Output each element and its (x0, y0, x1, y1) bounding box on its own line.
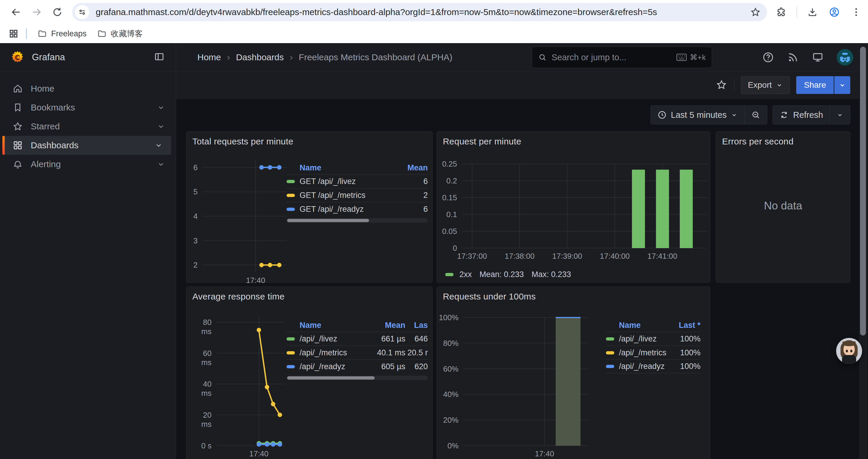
grafana-logo-icon[interactable] (11, 51, 24, 64)
zoom-out-button[interactable] (744, 106, 767, 124)
legend-row[interactable]: /api/_/livez100% (606, 332, 701, 346)
under-100ms-chart[interactable]: 100%80%60%40%20%0%17:40 (438, 318, 587, 459)
forward-icon[interactable] (30, 6, 43, 19)
clock-icon (657, 110, 667, 120)
legend-scrollbar[interactable] (286, 218, 428, 223)
time-range-button[interactable]: Last 5 minutes (651, 106, 745, 124)
legend-scrollbar[interactable] (286, 376, 428, 380)
page-scrollbar[interactable] (859, 44, 867, 459)
series-name[interactable]: /api/_/metrics (300, 348, 347, 357)
series-name[interactable]: /api/_/readyz (619, 362, 665, 371)
sidebar-item-dashboards[interactable]: Dashboards (2, 136, 171, 155)
export-button[interactable]: Export (741, 76, 790, 94)
profile-icon[interactable] (828, 6, 841, 19)
legend-row[interactable]: GET /api/_/readyz6 (286, 202, 428, 216)
legend-row[interactable]: /api/_/readyz100% (606, 359, 701, 373)
series-mean: Mean: 0.233 (479, 270, 524, 279)
series-name[interactable]: GET /api/_/readyz (300, 205, 364, 214)
series-name[interactable]: /api/_/metrics (619, 348, 666, 357)
legend-row[interactable]: /api/_/metrics40.1 ms20.5 r (286, 346, 428, 359)
bookmark-folder-freeleaps[interactable]: Freeleaps (37, 29, 87, 38)
reload-icon[interactable] (51, 6, 64, 19)
refresh-button[interactable]: Refresh (773, 106, 830, 124)
refresh-icon (779, 110, 789, 120)
share-menu-button[interactable] (834, 76, 850, 94)
legend-row[interactable]: /api/_/livez661 µs646 (286, 332, 428, 346)
y-axis-tick-label: 80% (438, 339, 459, 348)
breadcrumb-item[interactable]: Home (197, 52, 221, 62)
legend-column-header[interactable]: Last * (668, 321, 701, 330)
y-axis-tick-label: 0.1 (438, 210, 457, 219)
sidebar-item-starred[interactable]: Starred (0, 117, 176, 136)
legend-row[interactable]: GET /api/_/livez6 (286, 174, 428, 188)
expand-chevron-icon[interactable] (157, 122, 165, 131)
url-bar[interactable]: grafana.mathmast.com/d/deytv4rwavabkb/fr… (72, 3, 767, 21)
share-button[interactable]: Share (796, 76, 834, 94)
y-axis-tick-label: 0.2 (438, 176, 457, 186)
extensions-icon[interactable] (775, 6, 788, 19)
breadcrumb-item[interactable]: Freeleaps Metrics Dashboard (ALPHA) (299, 52, 452, 62)
total-requests-legend: NameMeanGET /api/_/livez6GET /api/_/metr… (286, 161, 428, 223)
site-info-icon[interactable] (75, 5, 89, 19)
legend-column-header[interactable]: Name (286, 163, 392, 172)
panel-request-per-minute: Request per minute 0.250.20.150.10.05017… (437, 131, 710, 283)
request-per-minute-legend[interactable]: 2xx Mean: 0.233 Max: 0.233 (445, 270, 571, 279)
url-text[interactable]: grafana.mathmast.com/d/deytv4rwavabkb/fr… (96, 7, 747, 17)
bookmark-star-icon[interactable] (747, 4, 764, 20)
browser-menu-icon[interactable] (850, 6, 863, 19)
news-rss-icon[interactable] (787, 52, 799, 63)
dock-menu-icon[interactable] (154, 52, 166, 63)
series-name[interactable]: GET /api/_/livez (300, 177, 356, 186)
series-name[interactable]: GET /api/_/metrics (300, 191, 366, 200)
series-name[interactable]: /api/_/livez (619, 334, 657, 343)
dashboard-canvas: Last 5 minutes Refresh (176, 99, 868, 459)
request-per-minute-chart[interactable]: 0.250.20.150.10.05017:37:0017:38:0017:39… (438, 164, 707, 261)
brand-name[interactable]: Grafana (32, 52, 65, 63)
legend-row[interactable]: /api/_/metrics100% (606, 346, 701, 359)
breadcrumb-separator-icon: › (289, 52, 293, 63)
legend-column-header[interactable]: Las (405, 321, 428, 330)
expand-chevron-icon[interactable] (155, 141, 163, 150)
panel-title[interactable]: Requests under 100ms (443, 292, 536, 302)
series-name[interactable]: /api/_/livez (300, 334, 337, 343)
avg-response-chart[interactable]: 80 ms60 ms40 ms20 ms0 s17:40 (195, 315, 284, 459)
legend-column-header[interactable]: Mean (392, 163, 428, 172)
legend-column-header[interactable]: Mean (361, 321, 405, 330)
panel-title[interactable]: Request per minute (443, 136, 521, 146)
search-input[interactable]: Search or jump to... ⌘+k (532, 47, 712, 68)
scrollbar-thumb[interactable] (860, 47, 866, 335)
assistant-avatar[interactable] (836, 338, 862, 364)
legend-row[interactable]: GET /api/_/metrics2 (286, 188, 428, 202)
back-icon[interactable] (9, 6, 23, 19)
panel-title[interactable]: Average response time (192, 292, 284, 302)
dashboard-toolbar: Export Share (176, 71, 868, 99)
total-requests-chart[interactable]: 6543217:40 (189, 160, 287, 285)
sidebar-items: HomeBookmarksStarredDashboardsAlerting (0, 71, 176, 174)
series-name[interactable]: /api/_/readyz (300, 362, 345, 371)
refresh-interval-button[interactable] (830, 106, 850, 124)
x-axis-tick-label: 17:38:00 (496, 252, 543, 261)
expand-chevron-icon[interactable] (157, 160, 165, 168)
sidebar-item-bookmarks[interactable]: Bookmarks (0, 98, 176, 117)
panel-title[interactable]: Errors per second (722, 136, 794, 146)
legend-column-header[interactable]: Name (286, 321, 361, 330)
main-content: Home›Dashboards›Freeleaps Metrics Dashbo… (176, 43, 868, 459)
user-avatar[interactable] (837, 49, 853, 66)
download-icon[interactable] (806, 6, 819, 19)
series-max: Max: 0.233 (531, 270, 571, 279)
favorite-star-icon[interactable] (716, 79, 728, 91)
apps-grid-icon[interactable] (8, 28, 20, 40)
sidebar-item-alerting[interactable]: Alerting (0, 155, 176, 174)
panel-title[interactable]: Total requests per minute (192, 136, 293, 146)
legend-column-header[interactable]: Name (606, 321, 668, 330)
help-icon[interactable] (762, 52, 774, 63)
avatar-body (842, 355, 856, 364)
monitor-icon[interactable] (812, 52, 824, 63)
breadcrumb-item[interactable]: Dashboards (236, 52, 284, 62)
legend-value: 20.5 r (405, 348, 428, 357)
series-label[interactable]: 2xx (459, 270, 472, 279)
bookmark-folder-blogs[interactable]: 收藏博客 (97, 28, 143, 39)
expand-chevron-icon[interactable] (157, 103, 165, 112)
legend-row[interactable]: /api/_/readyz605 µs620 (286, 359, 428, 373)
sidebar-item-home[interactable]: Home (0, 79, 176, 98)
